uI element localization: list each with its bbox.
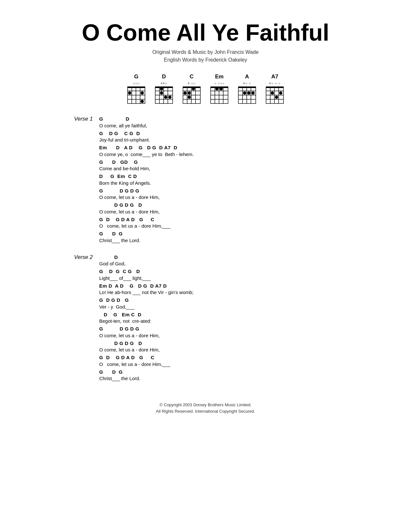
v2-lyrics-5: Begot-ten, not cre-ated:	[99, 318, 350, 324]
subtitle-line2: English Words by Frederick Oakeley	[152, 56, 259, 64]
v2-chords-3: Em D A D G D G D A7 D	[99, 283, 350, 289]
v2-lyrics-8: O come, let us a - dore Him,___	[99, 361, 350, 368]
svg-point-66	[279, 92, 282, 95]
chords-1: G D	[99, 116, 350, 122]
v2-lyrics-4: Ver - y God,___	[99, 303, 350, 310]
page-title: O Come All Ye Faithful	[82, 19, 329, 46]
line-3: Em D A D G D G D A7 D O come ye, o come_…	[99, 144, 350, 158]
subtitle: Original Words & Music by John Francis W…	[152, 48, 259, 64]
lyrics-6: O come, let us a - dore Him,	[99, 194, 350, 201]
svg-point-44	[220, 87, 223, 91]
v2-chords-2: G D G C G D	[99, 268, 350, 275]
svg-rect-7	[128, 87, 145, 88]
svg-point-22	[168, 96, 172, 99]
chord-em: Em ○ ○○○	[210, 74, 229, 104]
v2-lyrics-6: O come, let us a - dore Him,	[99, 332, 350, 339]
chords-5: D G Em C D	[99, 173, 350, 180]
chord-em-grid	[210, 86, 229, 104]
v2-line-9: G D G Christ___ the Lord.	[99, 369, 350, 382]
chords-9: G D G	[99, 231, 350, 237]
chord-c-grid	[182, 86, 201, 104]
svg-point-20	[160, 92, 163, 95]
v2-line-2: G D G C G D Light___ of___ light,___	[99, 268, 350, 281]
subtitle-line1: Original Words & Music by John Francis W…	[152, 48, 259, 56]
chord-a7: A7 ×○ ○ ○	[265, 74, 284, 104]
chord-g-grid	[127, 86, 146, 104]
line-8: G D G D A D G C O come, let us a - dore …	[99, 216, 350, 230]
v2-lyrics-7: O come, let us a - dore Him,	[99, 346, 350, 353]
v2-chords-5: D G Em C D	[99, 311, 350, 318]
line-1: G D O come, all ye faithful,	[99, 116, 350, 129]
svg-point-32	[188, 92, 191, 95]
v2-lyrics-2: Light___ of___ light,___	[99, 275, 350, 281]
v2-line-8: G D G D A D G C O come, let us a - dore …	[99, 354, 350, 368]
svg-point-55	[252, 92, 255, 95]
chords-4: G D GD G	[99, 159, 350, 165]
svg-point-43	[215, 87, 219, 91]
chords-6: G D G D G	[99, 188, 350, 194]
lyrics-8: O come, let us a - dore Him,___	[99, 222, 350, 229]
chords-7: D G D G D	[99, 202, 350, 208]
svg-point-64	[271, 92, 274, 95]
v2-line-5: D G Em C D Begot-ten, not cre-ated:	[99, 311, 350, 325]
svg-point-65	[275, 96, 278, 99]
verse-2-lines: D God of God, G D G C G D Light___ of___…	[99, 254, 350, 383]
chord-a: A ×○ ○	[238, 74, 256, 104]
v2-chords-6: G D G D G	[99, 326, 350, 332]
svg-point-34	[192, 87, 195, 91]
svg-point-54	[247, 92, 251, 95]
copyright: © Copyright 2003 Dorsey Brothers Music L…	[156, 402, 255, 414]
line-7: D G D G D O come, let us a - dore Him,	[99, 202, 350, 215]
chords-2: G D G C G D	[99, 130, 350, 137]
verse-2-section: Verse 2 D God of God, G D G C G D Light_…	[61, 254, 350, 383]
v2-chords-8: G D G D A D G C	[99, 354, 350, 361]
chords-3: Em D A D G D G D A7 D	[99, 144, 350, 151]
chord-c: C × ○○	[182, 74, 201, 104]
line-6: G D G D G O come, let us a - dore Him,	[99, 188, 350, 201]
chord-diagrams: G ○○○ D ××○	[127, 74, 284, 104]
v2-line-7: D G D G D O come, let us a - dore Him,	[99, 340, 350, 353]
v2-line-3: Em D A D G D G D A7 D Lo! He ab-hors ___…	[99, 283, 350, 296]
svg-rect-18	[155, 87, 173, 88]
line-4: G D GD G Come and be-hold Him,	[99, 159, 350, 172]
line-5: D G Em C D Born the King of Angels.	[99, 173, 350, 186]
svg-point-31	[184, 92, 187, 95]
svg-point-10	[141, 100, 144, 103]
verse-1-section: Verse 1 G D O come, all ye faithful, G D…	[61, 116, 350, 245]
v2-chords-7: D G D G D	[99, 340, 350, 347]
svg-rect-30	[183, 87, 200, 88]
lyrics-2: Joy-ful and tri-umphant.	[99, 136, 350, 143]
v2-line-6: G D G D G O come, let us a - dore Him,	[99, 326, 350, 339]
lyrics-3: O come ye, o come___ ye to Beth - lehem.	[99, 151, 350, 158]
svg-point-21	[164, 96, 167, 99]
copyright-line1: © Copyright 2003 Dorsey Brothers Music L…	[156, 402, 255, 408]
chords-8: G D G D A D G C	[99, 216, 350, 223]
v2-line-4: G D G D G Ver - y God,___	[99, 297, 350, 310]
v2-lyrics-1: God of God,	[99, 260, 350, 267]
chord-d: D ××○	[155, 74, 173, 104]
svg-rect-63	[266, 87, 283, 88]
svg-point-33	[188, 96, 191, 99]
svg-point-53	[243, 92, 246, 95]
svg-rect-42	[211, 87, 228, 88]
lyrics-9: Christ___ the Lord.	[99, 237, 350, 244]
verse-2-label: Verse 2	[61, 254, 99, 383]
v2-chords-9: G D G	[99, 369, 350, 375]
lyrics-7: O come, let us a - dore Him,	[99, 208, 350, 215]
v2-line-1: D God of God,	[99, 254, 350, 267]
v2-chords-4: G D G D G	[99, 297, 350, 303]
svg-rect-52	[238, 87, 256, 88]
verse-1-lines: G D O come, all ye faithful, G D G C G D…	[99, 116, 350, 245]
chord-d-grid	[155, 86, 173, 104]
song-content: Verse 1 G D O come, all ye faithful, G D…	[61, 116, 350, 392]
svg-point-19	[160, 87, 163, 91]
svg-point-8	[128, 92, 131, 95]
svg-point-9	[141, 92, 144, 95]
copyright-line2: All Rights Reserved. International Copyr…	[156, 408, 255, 415]
chord-a7-grid	[265, 86, 284, 104]
lyrics-5: Born the King of Angels.	[99, 180, 350, 186]
chord-g: G ○○○	[127, 74, 146, 104]
line-2: G D G C G D Joy-ful and tri-umphant.	[99, 130, 350, 143]
verse-1-label: Verse 1	[61, 116, 99, 245]
v2-lyrics-9: Christ___ the Lord.	[99, 375, 350, 382]
